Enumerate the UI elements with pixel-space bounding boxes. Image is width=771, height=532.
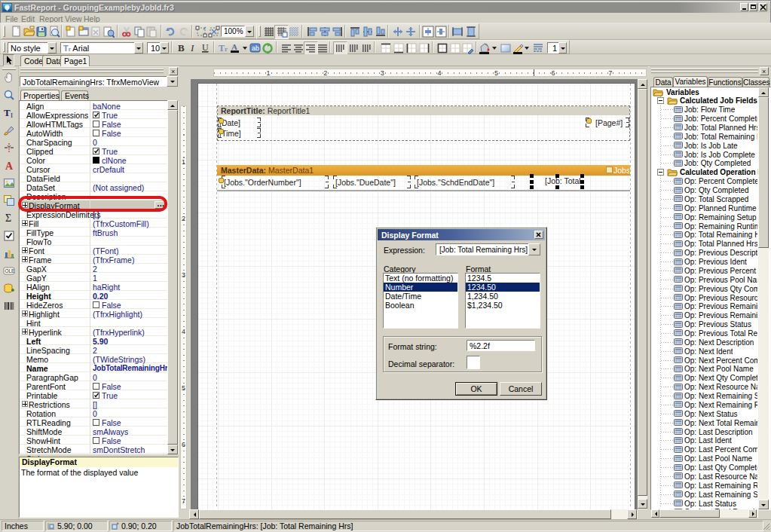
svg-text:B: B bbox=[178, 42, 185, 54]
svg-text:U: U bbox=[202, 42, 209, 53]
svg-text:Σ: Σ bbox=[5, 212, 11, 224]
svg-text:A: A bbox=[5, 161, 14, 172]
svg-text:I: I bbox=[11, 112, 13, 119]
svg-text:I: I bbox=[190, 42, 194, 54]
svg-text:T: T bbox=[4, 107, 11, 118]
svg-text:Tr: Tr bbox=[219, 43, 228, 54]
svg-text:ab: ab bbox=[252, 44, 259, 52]
svg-text:A: A bbox=[231, 42, 237, 51]
svg-text:OLE: OLE bbox=[5, 268, 15, 274]
